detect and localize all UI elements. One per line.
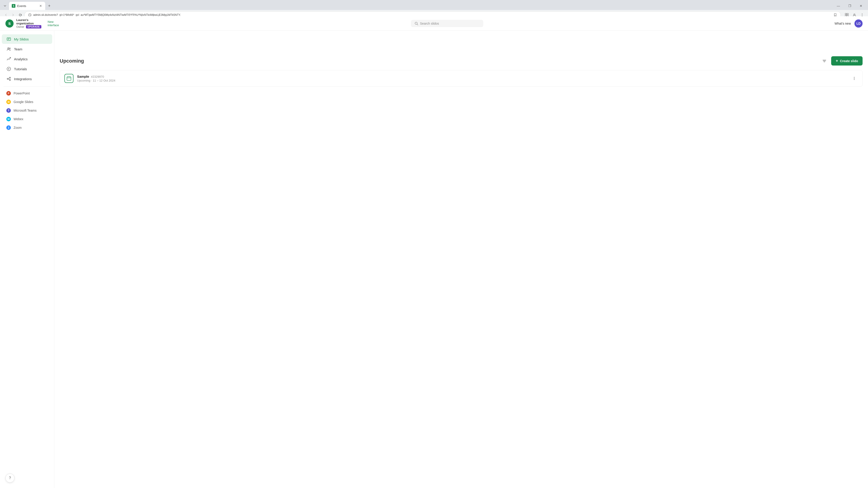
sidebar-item-microsoft-teams[interactable]: T Microsoft Teams <box>2 106 52 115</box>
events-list: Sample #2329970 Upcoming · 11 – 12 Oct 2… <box>60 70 863 87</box>
event-info: Sample #2329970 Upcoming · 11 – 12 Oct 2… <box>77 74 847 82</box>
create-btn-label: Create slido <box>840 59 858 63</box>
event-id: #2329970 <box>91 75 104 78</box>
org-role: Owner <box>16 25 24 29</box>
tab-close-button[interactable]: ✕ <box>39 4 42 8</box>
svg-point-22 <box>9 77 11 78</box>
sidebar-label-my-slidos: My Slidos <box>14 37 29 41</box>
zoom-label: Zoom <box>13 126 22 129</box>
tutorials-icon <box>6 66 11 71</box>
page-header: Upcoming + Create slido <box>60 56 863 66</box>
event-menu-icon <box>852 76 856 80</box>
sidebar-label-team: Team <box>14 47 22 51</box>
team-icon <box>6 46 11 52</box>
filter-icon <box>822 59 827 63</box>
google-slides-icon <box>6 100 11 104</box>
microsoft-teams-label: Microsoft Teams <box>13 109 37 112</box>
minimize-button[interactable]: — <box>833 3 844 9</box>
event-menu-button[interactable] <box>850 75 858 82</box>
search-placeholder: Search slidos <box>420 22 439 25</box>
whats-new-link[interactable]: What's new <box>835 22 851 25</box>
svg-point-36 <box>854 79 855 80</box>
url-text: admin.sli.do/events?_gl=1*8ifo66*_gcl_au… <box>33 13 832 17</box>
main-content: Upcoming + Create slido <box>54 51 868 488</box>
close-button[interactable]: ✕ <box>856 3 866 9</box>
svg-rect-30 <box>67 77 71 80</box>
sidebar-label-integrations: Integrations <box>14 77 32 81</box>
svg-line-24 <box>8 78 9 78</box>
sidebar-item-zoom[interactable]: Z Zoom <box>2 124 52 132</box>
event-name: Sample <box>77 74 89 78</box>
microsoft-teams-icon: T <box>6 108 11 113</box>
restore-button[interactable]: ❐ <box>844 3 855 9</box>
sidebar-item-analytics[interactable]: Analytics <box>2 54 52 64</box>
event-date-range: 11 – 12 Oct 2024 <box>93 79 115 82</box>
google-slides-label: Google Slides <box>13 100 33 104</box>
event-status: Upcoming <box>77 79 90 82</box>
svg-point-34 <box>854 77 855 78</box>
my-slidos-icon <box>6 37 11 41</box>
svg-rect-26 <box>7 101 10 103</box>
tab-dropdown[interactable] <box>2 3 8 9</box>
sidebar-label-tutorials: Tutorials <box>14 67 27 71</box>
svg-point-16 <box>8 48 9 49</box>
event-calendar-icon <box>64 74 73 83</box>
user-avatar[interactable]: LD <box>855 20 863 28</box>
new-interface-button[interactable]: New interface <box>48 20 60 27</box>
slido-logo[interactable]: s <box>5 20 13 28</box>
org-name: Lauren's organization <box>16 18 41 25</box>
event-card[interactable]: Sample #2329970 Upcoming · 11 – 12 Oct 2… <box>60 70 863 87</box>
svg-point-23 <box>9 79 11 80</box>
webex-label: Webex <box>13 117 23 121</box>
help-button[interactable]: ? <box>5 474 14 483</box>
header-search: Search slidos <box>60 20 835 27</box>
create-slido-button[interactable]: + Create slido <box>831 56 863 66</box>
svg-line-12 <box>417 24 418 25</box>
powerpoint-icon: P <box>6 91 11 96</box>
sidebar: My Slidos Team Analytics <box>0 31 54 488</box>
svg-point-5 <box>854 14 855 15</box>
sidebar-item-team[interactable]: Team <box>2 44 52 54</box>
svg-point-21 <box>7 78 8 79</box>
sidebar-item-google-slides[interactable]: Google Slides <box>2 98 52 106</box>
svg-point-35 <box>854 78 855 79</box>
slido-logo-mark: s <box>5 20 13 28</box>
upgrade-button[interactable]: UPGRADE <box>26 25 41 29</box>
powerpoint-label: PowerPoint <box>13 92 30 95</box>
svg-point-7 <box>862 15 862 15</box>
app-header: s Lauren's organization Owner UPGRADE Ne… <box>0 16 868 31</box>
sidebar-divider <box>4 86 51 87</box>
event-meta: Upcoming · 11 – 12 Oct 2024 <box>77 79 847 82</box>
page-title: Upcoming <box>60 58 84 64</box>
create-btn-plus: + <box>836 59 838 63</box>
webex-icon: W <box>6 117 11 121</box>
svg-rect-13 <box>7 38 11 40</box>
page-actions: + Create slido <box>820 56 863 66</box>
tab-favicon: S <box>12 4 16 8</box>
integrations-icon <box>6 76 11 81</box>
sidebar-label-analytics: Analytics <box>14 57 28 61</box>
search-box[interactable]: Search slidos <box>411 20 483 27</box>
sidebar-item-my-slidos[interactable]: My Slidos <box>2 34 52 44</box>
sidebar-item-webex[interactable]: W Webex <box>2 115 52 123</box>
tab-title: Events <box>17 4 37 8</box>
sidebar-item-integrations[interactable]: Integrations <box>2 74 52 84</box>
zoom-icon: Z <box>6 125 11 130</box>
new-tab-button[interactable]: + <box>46 3 53 9</box>
search-icon <box>414 22 418 25</box>
svg-text:s: s <box>8 21 11 26</box>
logo-area: s Lauren's organization Owner UPGRADE Ne… <box>5 18 60 29</box>
svg-point-17 <box>9 48 10 49</box>
filter-button[interactable] <box>820 57 829 65</box>
svg-rect-2 <box>847 13 848 15</box>
header-right: What's new LD <box>835 20 863 28</box>
svg-rect-1 <box>845 13 846 15</box>
sidebar-item-powerpoint[interactable]: P PowerPoint <box>2 89 52 97</box>
svg-line-25 <box>8 79 9 80</box>
org-info: Lauren's organization Owner UPGRADE <box>16 18 41 29</box>
browser-tab-events[interactable]: S Events ✕ <box>9 2 45 10</box>
analytics-icon <box>6 57 11 61</box>
help-icon: ? <box>9 476 11 480</box>
svg-point-6 <box>862 13 862 14</box>
sidebar-item-tutorials[interactable]: Tutorials <box>2 64 52 74</box>
